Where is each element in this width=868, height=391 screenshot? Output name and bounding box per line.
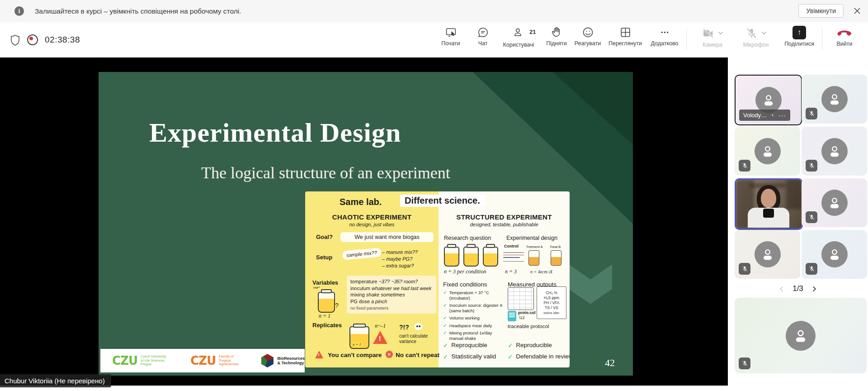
ed-caption-left: n = 3 <box>505 268 517 275</box>
participant-tile[interactable] <box>735 230 800 279</box>
measured-gas-box: CH₄ % H₂S ppm PH / VFA TS / VS before af… <box>537 286 566 319</box>
notification-bar: i Залишайтеся в курсі – увімкніть сповіщ… <box>0 0 868 23</box>
structured-title: STRUCTURED EXPERIMENT <box>439 213 570 221</box>
replicate-note: can't calculate variance <box>399 334 434 344</box>
view-button[interactable]: Переглянути <box>604 26 647 47</box>
people-icon <box>512 26 525 39</box>
camera-button[interactable]: Камера <box>691 26 734 48</box>
microphone-button[interactable]: Мікрофон <box>734 26 778 48</box>
chaotic-tagline: no design, just vibes <box>305 222 439 227</box>
measured-caption: traceable protocol <box>508 324 549 329</box>
presenter-name-overlay: Chubur Viktoriia (Не перевірено) <box>0 374 111 387</box>
pagination-prev-icon[interactable] <box>778 286 785 292</box>
cup-icon <box>528 250 539 266</box>
rq-caption: n = 3 per condition <box>444 268 486 275</box>
fixed-item: ✓Headspace mear daily <box>443 323 505 329</box>
participants-button[interactable]: 21 Користувачі <box>497 26 540 48</box>
replicate-n: n~–1 <box>375 323 386 329</box>
jar-icon: n = 1 <box>349 326 369 349</box>
recording-indicator-icon <box>27 34 38 45</box>
research-jars <box>444 247 498 267</box>
self-view-tile[interactable] <box>735 298 867 373</box>
mic-off-badge <box>739 358 750 369</box>
faculty-logo-text: Faculty of Tropical AgriSciences <box>219 355 245 367</box>
hexagon-logo-icon <box>260 354 274 367</box>
jar-icon <box>444 247 459 267</box>
participants-sidebar: Volody… ··· <box>728 57 868 391</box>
pagination-label: 1/3 <box>793 284 803 293</box>
bioresources-logo: BioResources & Technology <box>260 354 305 367</box>
close-icon[interactable] <box>853 6 862 15</box>
participant-tile[interactable] <box>802 75 867 124</box>
variables-row: mixing shake sometimes <box>350 291 433 298</box>
mic-off-badge <box>739 263 750 275</box>
react-button[interactable]: Реагувати <box>566 26 609 47</box>
warning-triangle-icon: ! <box>315 351 323 358</box>
protocol-doc-icon <box>508 311 516 321</box>
protocol-table-sketch <box>508 287 534 310</box>
fixed-item: ✓Temperature + 37 °C (Incubator) <box>443 290 505 300</box>
czu-logo-orange: CZU <box>190 354 216 367</box>
enable-notifications-button[interactable]: Увімкнути <box>798 4 844 18</box>
experimental-design-label: Experimental design <box>506 235 557 241</box>
leave-button[interactable]: Вийти <box>823 26 866 47</box>
setup-items: – manure mix?? – maybe PG? – extra sugar… <box>382 249 418 269</box>
participant-video-tile[interactable] <box>735 178 803 230</box>
fixed-conditions-list: ✓Temperature + 37 °C (Incubator) ✓Inocul… <box>443 290 505 343</box>
setup-item: – maybe PG? <box>382 256 418 262</box>
warning-repeat: No can't repeat <box>396 352 439 358</box>
control-sketch <box>503 250 524 263</box>
setup-label: Setup <box>316 254 332 261</box>
participant-tile[interactable] <box>802 127 867 176</box>
panel-header-right: Different science. <box>400 195 485 207</box>
gas-line: H₂S ppm <box>544 296 559 300</box>
protocol-doc-label2: \12 <box>519 315 525 320</box>
panel-header-left: Same lab. <box>340 197 382 207</box>
faculty-logo: CZU Faculty of Tropical AgriSciences <box>190 354 245 367</box>
check-claim: ✓Reproducible <box>508 342 552 349</box>
pagination-next-icon[interactable] <box>811 286 817 292</box>
jar-icon <box>463 247 479 267</box>
present-screen-icon <box>444 26 458 39</box>
tile-more-options-icon[interactable]: ··· <box>778 114 786 117</box>
participant-tile[interactable] <box>802 230 867 279</box>
structured-tagline: designed, testable, publishable <box>439 222 570 227</box>
jar-question: ? <box>335 302 339 309</box>
mic-off-badge <box>806 211 817 223</box>
participant-tile[interactable] <box>802 178 867 227</box>
camera-off-icon <box>702 27 715 40</box>
variables-row: inoculum whatever we had last week <box>350 285 433 292</box>
ellipsis-icon <box>658 26 671 39</box>
participant-tile[interactable]: Volody… ··· <box>735 75 802 125</box>
error-circle-icon: ✕ <box>386 351 393 358</box>
comparison-panel: Same lab. Different science. CHAOTIC EXP… <box>305 191 570 367</box>
jar-top-note: me* <box>313 286 320 290</box>
mic-options-chevron-icon[interactable] <box>761 31 767 35</box>
ed-col-treat-b: Treat B <box>550 245 561 249</box>
university-logo: CZU Czech University of Life Sciences Pr… <box>112 354 175 367</box>
share-button[interactable]: ↑ Поділитися <box>778 26 821 47</box>
jar-caption: n = 1 <box>319 313 330 319</box>
meeting-status-area: 02:38:38 <box>10 22 80 57</box>
replicate-punct: ?!? <box>399 324 409 331</box>
cup-icon <box>551 250 561 266</box>
variables-note: no fixed parameters <box>350 305 433 310</box>
meeting-window: i Залишайтеся в курсі – увімкніть сповіщ… <box>0 0 868 391</box>
gas-line: PH / VFA <box>544 300 560 305</box>
replicate-jar-label: n = 1 <box>352 342 362 347</box>
participant-tile[interactable] <box>735 127 800 176</box>
meeting-timer: 02:38:38 <box>45 35 80 45</box>
participant-name-pill[interactable]: Volody… ··· <box>739 110 790 121</box>
mic-off-badge <box>806 160 817 172</box>
grid-view-icon <box>619 26 632 39</box>
toolbar-divider <box>822 29 822 50</box>
avatar <box>821 241 848 267</box>
person-face <box>761 189 776 208</box>
setup-item: – extra sugar? <box>382 262 418 269</box>
share-arrow-icon: ↑ <box>793 26 806 39</box>
czu-logo-green: CZU <box>112 354 137 367</box>
check-claim: ✓Statistically valid <box>443 353 496 360</box>
slide-footer: CZU Czech University of Life Sciences Pr… <box>100 349 305 372</box>
more-options-button[interactable]: Додатково <box>643 26 686 47</box>
camera-options-chevron-icon[interactable] <box>718 31 723 35</box>
